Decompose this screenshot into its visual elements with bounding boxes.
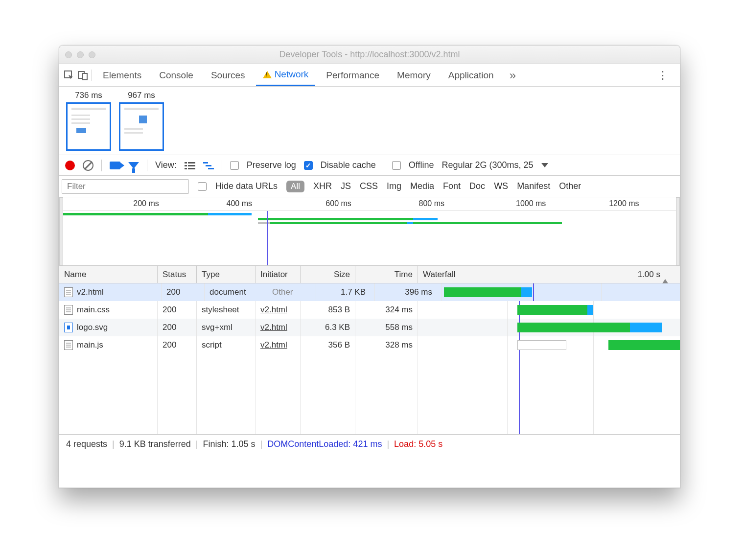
svg-file-icon: [64, 323, 73, 332]
overview-handle-left[interactable]: [59, 197, 63, 265]
inspect-element-icon[interactable]: [64, 70, 74, 80]
svg-rect-3: [185, 162, 187, 163]
view-label: View:: [155, 160, 177, 170]
table-row[interactable]: v2.html 200 document Other 1.7 KB 396 ms: [59, 283, 680, 301]
filter-type-font[interactable]: Font: [443, 181, 461, 191]
col-size[interactable]: Size: [300, 266, 355, 283]
col-waterfall[interactable]: Waterfall 1.00 s: [418, 266, 680, 283]
svg-rect-8: [188, 168, 195, 169]
transferred-size: 9.1 KB transferred: [119, 439, 191, 449]
document-file-icon: [64, 305, 73, 315]
table-empty-area: [59, 354, 680, 434]
warning-icon: [263, 71, 272, 78]
filter-type-other[interactable]: Other: [559, 181, 581, 191]
svg-rect-9: [203, 162, 208, 163]
domcontentloaded-time: DOMContentLoaded: 421 ms: [267, 439, 382, 449]
tab-performance[interactable]: Performance: [319, 64, 386, 86]
settings-menu-icon[interactable]: ⋮: [651, 69, 675, 82]
offline-label: Offline: [409, 160, 434, 170]
filmstrip: 736 ms 967 ms: [59, 87, 680, 155]
tab-console[interactable]: Console: [152, 64, 200, 86]
initiator-link[interactable]: v2.html: [260, 323, 287, 332]
tab-network[interactable]: Network: [256, 64, 316, 86]
disable-cache-label: Disable cache: [321, 160, 376, 170]
clear-button[interactable]: [83, 160, 93, 171]
svg-rect-11: [208, 168, 214, 169]
tab-memory[interactable]: Memory: [390, 64, 438, 86]
network-toolbar: View: Preserve log Disable cache Offline…: [59, 155, 680, 176]
table-row[interactable]: main.js 200 script v2.html 356 B 328 ms: [59, 336, 680, 354]
filter-type-xhr[interactable]: XHR: [313, 181, 332, 191]
filter-type-css[interactable]: CSS: [360, 181, 378, 191]
table-row[interactable]: logo.svg 200 svg+xml v2.html 6.3 KB 558 …: [59, 319, 680, 336]
overview-timeline[interactable]: 200 ms 400 ms 600 ms 800 ms 1000 ms 1200…: [59, 197, 680, 266]
waterfall-view-icon[interactable]: [203, 162, 214, 169]
filter-type-js[interactable]: JS: [341, 181, 351, 191]
device-toolbar-icon[interactable]: [78, 70, 88, 80]
svg-rect-4: [188, 162, 195, 163]
col-initiator[interactable]: Initiator: [255, 266, 300, 283]
overview-chart: [59, 211, 680, 265]
waterfall-cell: [418, 336, 680, 354]
initiator-link[interactable]: v2.html: [260, 305, 287, 315]
more-tabs-icon[interactable]: »: [505, 69, 521, 82]
waterfall-cell: [418, 319, 680, 336]
frame-time: 967 ms: [128, 91, 155, 100]
hide-data-urls-label: Hide data URLs: [215, 181, 278, 191]
filter-type-manifest[interactable]: Manifest: [517, 181, 550, 191]
svg-rect-2: [83, 73, 87, 80]
filter-type-img[interactable]: Img: [387, 181, 401, 191]
preserve-log-label: Preserve log: [247, 160, 296, 170]
overview-ruler: 200 ms 400 ms 600 ms 800 ms 1000 ms 1200…: [59, 197, 680, 211]
load-time: Load: 5.05 s: [394, 439, 442, 449]
preserve-log-checkbox[interactable]: [230, 161, 239, 170]
list-view-icon[interactable]: [185, 162, 195, 169]
filter-input[interactable]: [62, 179, 189, 194]
col-type[interactable]: Type: [196, 266, 255, 283]
col-time[interactable]: Time: [355, 266, 418, 283]
sort-asc-icon: [662, 270, 668, 283]
overview-handle-right[interactable]: [676, 197, 680, 265]
tab-sources[interactable]: Sources: [204, 64, 252, 86]
waterfall-cell: [418, 301, 680, 319]
hide-data-urls-checkbox[interactable]: [198, 182, 207, 191]
table-header: Name Status Type Initiator Size Time Wat…: [59, 266, 680, 283]
document-file-icon: [64, 287, 73, 297]
chevron-down-icon[interactable]: [541, 163, 548, 167]
titlebar: Developer Tools - http://localhost:3000/…: [59, 46, 680, 64]
requests-count: 4 requests: [66, 439, 107, 449]
disable-cache-checkbox[interactable]: [304, 161, 313, 170]
filmstrip-frame[interactable]: 967 ms: [119, 91, 164, 151]
panel-tabs: Elements Console Sources Network Perform…: [59, 64, 680, 87]
record-button[interactable]: [65, 161, 75, 170]
tab-elements[interactable]: Elements: [96, 64, 148, 86]
waterfall-cell: [441, 283, 680, 301]
status-bar: 4 requests | 9.1 KB transferred | Finish…: [59, 434, 680, 454]
filter-type-doc[interactable]: Doc: [469, 181, 485, 191]
svg-rect-6: [188, 165, 195, 166]
frame-time: 736 ms: [75, 91, 102, 100]
frame-thumbnail: [119, 102, 164, 151]
finish-time: Finish: 1.05 s: [203, 439, 256, 449]
tab-application[interactable]: Application: [442, 64, 501, 86]
filmstrip-frame[interactable]: 736 ms: [66, 91, 111, 151]
offline-checkbox[interactable]: [392, 161, 401, 170]
initiator-link[interactable]: v2.html: [260, 340, 287, 350]
filter-toggle-icon[interactable]: [128, 162, 139, 169]
devtools-window: Developer Tools - http://localhost:3000/…: [59, 45, 680, 488]
capture-screenshots-icon[interactable]: [110, 162, 120, 169]
col-status[interactable]: Status: [157, 266, 196, 283]
col-name[interactable]: Name: [59, 266, 157, 283]
table-row[interactable]: main.css 200 stylesheet v2.html 853 B 32…: [59, 301, 680, 319]
svg-rect-10: [206, 165, 211, 166]
filter-type-ws[interactable]: WS: [494, 181, 508, 191]
request-table: v2.html 200 document Other 1.7 KB 396 ms…: [59, 283, 680, 434]
filter-type-all[interactable]: All: [286, 181, 304, 192]
throttle-select[interactable]: Regular 2G (300ms, 25: [442, 160, 534, 170]
filter-type-media[interactable]: Media: [410, 181, 434, 191]
window-title: Developer Tools - http://localhost:3000/…: [59, 49, 680, 60]
filter-row: Hide data URLs All XHR JS CSS Img Media …: [59, 176, 680, 197]
svg-rect-7: [185, 168, 187, 169]
document-file-icon: [64, 340, 73, 350]
frame-thumbnail: [66, 102, 111, 151]
